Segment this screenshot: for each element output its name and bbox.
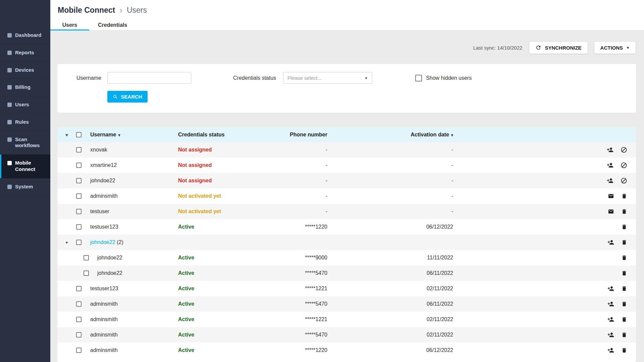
mail-icon[interactable] (607, 208, 614, 215)
trash-icon[interactable] (621, 239, 627, 246)
user-add-icon[interactable] (607, 301, 614, 307)
table-header-row: ▾ Username▾ Credentials status Phone num… (57, 127, 636, 142)
row-checkbox[interactable] (76, 286, 82, 291)
trash-icon[interactable] (621, 285, 627, 292)
phone-number: *****5470 (289, 332, 327, 338)
user-add-icon[interactable] (606, 177, 614, 184)
table-row: adminsmithActive*****122102/11/2022 (57, 312, 636, 327)
select-all-checkbox[interactable] (76, 132, 82, 137)
scan-workflows-icon (7, 137, 12, 142)
credentials-status-value: Active (178, 270, 194, 276)
sidebar-item-rules[interactable]: Rules (0, 114, 50, 131)
username-text: testuser (90, 208, 109, 214)
row-checkbox[interactable] (76, 301, 82, 307)
sidebar-item-system[interactable]: System (0, 178, 50, 196)
sidebar-item-mobile-connect[interactable]: Mobile Connect (0, 155, 50, 178)
row-checkbox[interactable] (76, 348, 82, 353)
activation-date: 06/11/2022 (327, 301, 453, 307)
collapse-group-caret-icon[interactable]: ▾ (66, 240, 68, 245)
username-text: xmartine12 (90, 162, 117, 168)
tab-credentials[interactable]: Credentials (89, 20, 136, 30)
credentials-status-value: Not activated yet (178, 208, 221, 214)
username-text: xnovak (90, 147, 107, 153)
search-icon (113, 94, 118, 100)
phone-number: *****1220 (289, 224, 327, 230)
trash-icon[interactable] (621, 301, 627, 307)
group-count: (2) (117, 239, 123, 245)
activation-date: - (327, 208, 453, 215)
trash-icon[interactable] (621, 208, 627, 215)
credentials-status-select[interactable]: Please select... ▼ (283, 72, 372, 84)
sidebar-item-users[interactable]: Users (0, 96, 50, 114)
breadcrumb-chevron-icon: › (119, 6, 122, 14)
tab-users[interactable]: Users (50, 20, 89, 30)
group-username-link[interactable]: johndoe22 (90, 239, 115, 245)
block-icon[interactable] (621, 177, 627, 184)
user-add-icon[interactable] (606, 146, 614, 153)
actions-button[interactable]: ACTIONS ▼ (594, 41, 636, 54)
row-checkbox[interactable] (76, 193, 82, 199)
row-checkbox[interactable] (76, 147, 82, 153)
sidebar-item-devices[interactable]: Devices (0, 62, 50, 79)
phone-number: *****5470 (289, 270, 327, 276)
block-icon[interactable] (621, 162, 627, 169)
system-icon (7, 185, 12, 189)
trash-icon[interactable] (621, 347, 627, 354)
user-add-icon[interactable] (607, 331, 614, 338)
trash-icon[interactable] (621, 316, 627, 323)
toolbar: Last sync: 14/10/2022 SYNCHRONIZE ACTION… (57, 41, 636, 54)
chevron-down-icon: ▼ (626, 46, 630, 50)
column-header-username[interactable]: Username▾ (88, 132, 178, 138)
activation-date: - (327, 193, 453, 199)
show-hidden-checkbox[interactable] (415, 75, 422, 81)
row-checkbox[interactable] (76, 178, 82, 183)
credentials-status-value: Active (178, 332, 194, 338)
credentials-status-value: Not assigned (178, 162, 212, 168)
sidebar-item-billing[interactable]: Billing (0, 79, 50, 96)
table-row: testuser123Active*****122102/11/2022 (57, 281, 636, 296)
row-checkbox[interactable] (76, 224, 82, 230)
username-text: adminsmith (90, 347, 118, 353)
column-header-phone-number: Phone number (289, 132, 327, 138)
sidebar-item-reports[interactable]: Reports (0, 44, 50, 62)
sidebar-item-dashboard[interactable]: Dashboard (0, 27, 50, 44)
column-header-activation-date-label: Activation date (411, 132, 449, 137)
row-checkbox[interactable] (76, 240, 82, 245)
row-checkbox[interactable] (76, 332, 82, 338)
trash-icon[interactable] (621, 224, 627, 230)
collapse-all-caret-icon[interactable]: ▾ (66, 132, 68, 137)
users-table: ▾ Username▾ Credentials status Phone num… (57, 127, 636, 362)
username-text: adminsmith (90, 316, 118, 322)
last-sync-text: Last sync: 14/10/2022 (473, 45, 523, 51)
user-add-icon[interactable] (607, 285, 614, 292)
dashboard-icon (7, 33, 12, 38)
sidebar-item-label: Rules (15, 119, 29, 125)
sidebar-item-scan-workflows[interactable]: Scan workflows (0, 131, 50, 155)
activation-date: - (327, 178, 453, 184)
user-add-icon[interactable] (607, 316, 614, 323)
row-checkbox[interactable] (76, 163, 82, 168)
column-header-activation-date[interactable]: Activation date▾ (327, 132, 453, 138)
mail-icon[interactable] (607, 193, 614, 199)
main-area: Mobile Connect › Users Users Credentials… (50, 0, 644, 362)
synchronize-button[interactable]: SYNCHRONIZE (529, 41, 588, 54)
credentials-status-value: Active (178, 224, 194, 230)
user-add-icon[interactable] (607, 347, 614, 354)
phone-number: *****1220 (289, 347, 327, 353)
user-add-icon[interactable] (607, 239, 614, 246)
credentials-status-placeholder: Please select... (287, 75, 322, 81)
username-input[interactable] (107, 72, 191, 84)
row-checkbox[interactable] (76, 209, 82, 214)
app-window: DashboardReportsDevicesBillingUsersRules… (0, 0, 644, 362)
block-icon[interactable] (621, 146, 627, 153)
row-checkbox[interactable] (76, 317, 82, 322)
show-hidden-label: Show hidden users (426, 75, 472, 81)
search-button[interactable]: SEARCH (107, 91, 148, 103)
user-add-icon[interactable] (606, 162, 614, 169)
trash-icon[interactable] (621, 331, 627, 338)
trash-icon[interactable] (621, 193, 627, 199)
trash-icon[interactable] (621, 270, 627, 277)
activation-date: 06/11/2022 (327, 270, 453, 276)
table-row: testuserNot activated yet-- (57, 204, 636, 219)
trash-icon[interactable] (621, 254, 627, 261)
